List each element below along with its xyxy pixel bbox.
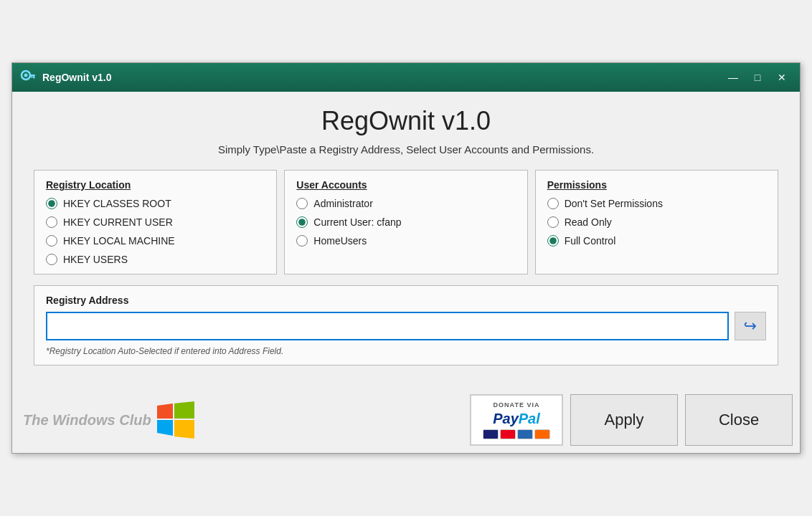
svg-rect-2 xyxy=(29,75,35,77)
registry-location-panel: Registry Location HKEY CLASSES ROOT HKEY… xyxy=(34,170,277,274)
permission-option-none[interactable]: Don't Set Permissions xyxy=(547,198,766,209)
windows-club-branding: The Windows Club xyxy=(23,401,463,439)
discover-card xyxy=(534,429,550,439)
apply-button[interactable]: Apply xyxy=(570,394,678,446)
svg-point-1 xyxy=(24,74,28,77)
permissions-group: Don't Set Permissions Read Only Full Con… xyxy=(547,198,766,247)
svg-marker-5 xyxy=(157,403,173,419)
registry-option-hkcu[interactable]: HKEY CURRENT USER xyxy=(46,216,265,228)
permission-option-readonly[interactable]: Read Only xyxy=(547,216,766,228)
window-controls: — □ ✕ xyxy=(722,68,793,87)
maximize-button[interactable]: □ xyxy=(747,68,768,87)
close-button[interactable]: Close xyxy=(685,394,793,446)
user-accounts-panel: User Accounts Administrator Current User… xyxy=(284,170,527,274)
panels-row: Registry Location HKEY CLASSES ROOT HKEY… xyxy=(34,170,778,274)
mastercard xyxy=(500,429,516,439)
main-content: RegOwnit v1.0 Simply Type\Paste a Regist… xyxy=(12,92,800,387)
address-label: Registry Address xyxy=(46,295,766,306)
payment-cards xyxy=(483,429,550,439)
footer: The Windows Club DONATE VIA PayPal Appl xyxy=(12,387,800,453)
address-row: ↩ xyxy=(46,312,766,340)
svg-rect-3 xyxy=(33,77,35,79)
registry-option-hku[interactable]: HKEY USERS xyxy=(46,254,265,265)
svg-marker-6 xyxy=(174,401,194,419)
windows-logo-icon xyxy=(157,401,194,439)
registry-location-group: HKEY CLASSES ROOT HKEY CURRENT USER HKEY… xyxy=(46,198,265,265)
visa-card xyxy=(483,429,499,439)
permission-option-fullcontrol[interactable]: Full Control xyxy=(547,235,766,247)
app-icon xyxy=(19,69,37,86)
user-accounts-title: User Accounts xyxy=(296,179,515,191)
minimize-button[interactable]: — xyxy=(722,68,744,87)
window-title: RegOwnit v1.0 xyxy=(42,72,722,83)
svg-rect-4 xyxy=(31,77,33,78)
permissions-panel: Permissions Don't Set Permissions Read O… xyxy=(535,170,778,274)
title-bar: RegOwnit v1.0 — □ ✕ xyxy=(12,63,800,92)
reset-icon: ↩ xyxy=(744,317,757,335)
brand-text: The Windows Club xyxy=(23,412,151,429)
address-input[interactable] xyxy=(46,312,729,340)
amex-card xyxy=(517,429,533,439)
close-button[interactable]: ✕ xyxy=(771,68,793,87)
subtitle: Simply Type\Paste a Registry Address, Se… xyxy=(34,143,778,156)
registry-location-title: Registry Location xyxy=(46,179,265,191)
donate-label: DONATE VIA xyxy=(494,401,540,408)
registry-option-hkcr[interactable]: HKEY CLASSES ROOT xyxy=(46,198,265,209)
app-window: RegOwnit v1.0 — □ ✕ RegOwnit v1.0 Simply… xyxy=(11,62,801,454)
user-option-home[interactable]: HomeUsers xyxy=(296,235,515,247)
registry-option-hklm[interactable]: HKEY LOCAL MACHINE xyxy=(46,235,265,247)
user-option-admin[interactable]: Administrator xyxy=(296,198,515,209)
app-title: RegOwnit v1.0 xyxy=(34,106,778,136)
permissions-title: Permissions xyxy=(547,179,766,191)
user-option-current[interactable]: Current User: cfanp xyxy=(296,216,515,228)
paypal-donate-button[interactable]: DONATE VIA PayPal xyxy=(470,394,563,446)
svg-marker-8 xyxy=(174,420,194,439)
address-section: Registry Address ↩ *Registry Location Au… xyxy=(34,285,778,366)
svg-marker-7 xyxy=(157,420,173,436)
reset-button[interactable]: ↩ xyxy=(735,312,766,340)
user-accounts-group: Administrator Current User: cfanp HomeUs… xyxy=(296,198,515,247)
paypal-logo: PayPal xyxy=(493,411,540,427)
address-note: *Registry Location Auto-Selected if ente… xyxy=(46,346,766,356)
